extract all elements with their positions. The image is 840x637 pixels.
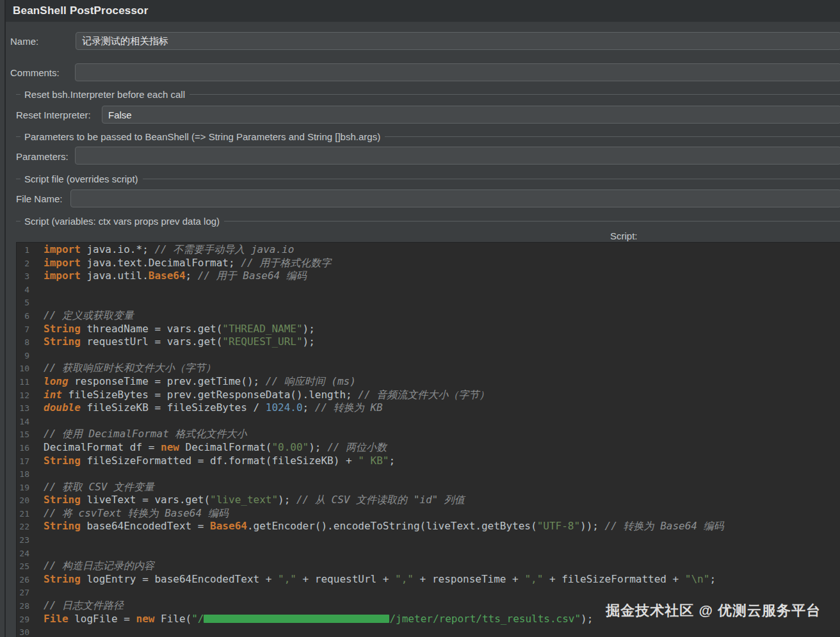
code-line[interactable]: 17String fileSizeFormatted = df.format(f… [17,455,840,468]
code-token: ); [581,613,593,625]
code-token: "," [524,573,543,585]
code-token: double [44,401,81,414]
code-line[interactable]: 14 [17,415,840,428]
reset-group-header: Reset bsh.Interpreter before each call [16,89,840,99]
line-number: 1 [17,244,29,257]
code-token: fileSizeFormatted = df.format(fileSizeKB… [81,455,358,467]
code-line[interactable]: 6// 定义或获取变量 [17,309,840,323]
code-line[interactable]: 3import java.util.Base64; // 用于 Base64 编… [17,270,840,283]
code-line[interactable]: 9 [17,349,840,362]
code-token: responseTime = prev.getTime(); [69,375,266,387]
line-number: 3 [17,270,29,284]
code-token: // 音频流文件大小（字节） [358,389,489,401]
code-line[interactable]: 20String liveText = vars.get("live_text"… [17,494,840,507]
code-token: fileSizeBytes = prev.getResponseData().l… [62,389,358,401]
code-token: threadName = vars.get( [81,323,223,335]
line-number: 7 [17,323,29,337]
line-number: 29 [17,613,29,627]
code-line[interactable]: 24 [17,547,840,560]
group-rule-right [143,179,840,179]
code-token: liveText = vars.get( [81,494,210,506]
code-token: // 构造日志记录的内容 [44,560,154,572]
code-token: + requestUrl + [296,573,395,585]
code-token: base64EncodedText = [81,520,210,532]
code-line[interactable]: 13double fileSizeKB = fileSizeBytes / 10… [17,401,840,415]
code-line[interactable]: 19// 获取 CSV 文件变量 [17,481,840,494]
code-token: fileSizeKB = fileSizeBytes / [81,401,266,414]
parameters-input[interactable] [75,147,840,165]
redaction-bar [204,615,389,623]
name-input[interactable] [76,32,840,50]
line-number: 28 [17,600,29,613]
code-token: + responseTime + [414,573,524,585]
code-token: java.text.DecimalFormat; [81,257,241,269]
code-token: String [44,494,81,506]
script-group-title: Script (variables: ctx vars props prev d… [24,216,224,227]
code-token: "REQUEST_URL" [222,335,302,348]
code-token: String [44,455,81,467]
group-rule-right [385,136,840,137]
code-token: Base64 [149,270,186,282]
code-token: // 不需要手动导入 java.io [154,243,294,255]
code-line[interactable]: 18 [17,467,840,481]
code-token: new [136,613,155,625]
code-token: // 日志文件路径 [44,599,124,611]
code-token: // 获取响应时长和文件大小（字节） [44,362,216,374]
code-line[interactable]: 22String base64EncodedText = Base64.getE… [17,520,840,533]
group-rule-right [190,94,840,95]
code-token: import [44,257,81,269]
code-line[interactable]: 10// 获取响应时长和文件大小（字节） [17,362,840,375]
name-label: Name: [10,36,38,47]
code-line[interactable]: 26String logEntry = base64EncodedText + … [17,573,840,586]
parameters-label: Parameters: [16,151,69,162]
watermark: 掘金技术社区 @ 优测云服务平台 [606,601,821,620]
code-line[interactable]: 8String requestUrl = vars.get("REQUEST_U… [17,335,840,349]
script-file-group-title: Script file (overrides script) [24,173,143,184]
line-number: 16 [17,442,29,455]
code-token: + fileSizeFormatted + [543,573,685,585]
code-line[interactable]: 2import java.text.DecimalFormat; // 用于格式… [17,257,840,270]
code-token: DecimalFormat df = [44,441,161,453]
code-line[interactable]: 16DecimalFormat df = new DecimalFormat("… [17,441,840,455]
code-token: File( [154,613,191,625]
comments-input[interactable] [75,63,840,81]
code-line[interactable]: 23 [17,533,840,547]
file-name-input[interactable] [70,189,840,207]
code-line[interactable]: 21// 将 csvText 转换为 Base64 编码 [17,507,840,520]
code-token: int [44,389,62,401]
code-line[interactable]: 5 [17,296,840,309]
code-token: ); [303,323,315,335]
code-line[interactable]: 11long responseTime = prev.getTime(); //… [17,375,840,389]
line-number: 22 [17,520,29,534]
code-line[interactable]: 15// 使用 DecimalFormat 格式化文件大小 [17,428,840,441]
code-line[interactable]: 4 [17,283,840,296]
code-line[interactable]: 30 [17,625,840,637]
code-token: /jmeter/report/tts_results.csv" [389,613,581,625]
code-line[interactable]: 27 [17,586,840,599]
line-number: 26 [17,574,29,587]
code-token: logEntry = base64EncodedText + [81,573,278,585]
code-token: import [44,270,81,282]
code-token: "UTF-8" [537,520,580,532]
line-number: 18 [17,468,29,481]
code-token: // 用于 Base64 编码 [198,270,307,282]
code-line[interactable]: 1import java.io.*; // 不需要手动导入 java.io [17,243,840,257]
script-editor[interactable]: 1import java.io.*; // 不需要手动导入 java.io2im… [16,242,840,637]
code-token: String [44,573,81,585]
code-line[interactable]: 12int fileSizeBytes = prev.getResponseDa… [17,389,840,402]
beanshell-postprocessor-panel: { "header": { "title": "BeanShell PostPr… [0,0,840,637]
line-number: 8 [17,336,29,350]
code-line[interactable]: 25// 构造日志记录的内容 [17,560,840,573]
comments-label: Comments: [10,67,60,78]
line-number: 11 [17,376,29,389]
code-line[interactable]: 7String threadName = vars.get("THREAD_NA… [17,323,840,336]
group-rule-left [16,94,20,95]
code-token: "/ [191,613,204,625]
code-token: "\n" [685,573,710,585]
reset-interpreter-select[interactable] [102,106,840,124]
file-name-label: File Name: [16,193,63,204]
code-token: ; [709,573,716,585]
code-token: ); [309,441,327,453]
group-rule-left [16,136,20,137]
code-token: )); [580,520,605,532]
